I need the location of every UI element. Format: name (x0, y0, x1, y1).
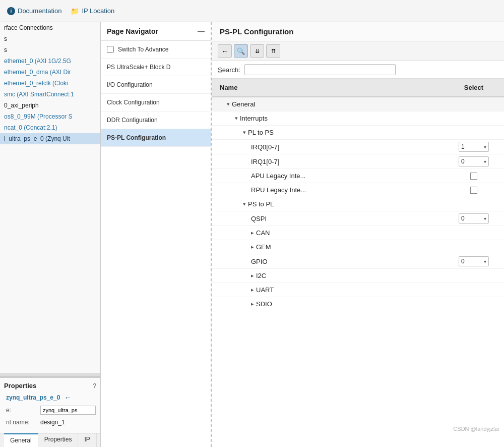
i2c-chevron[interactable] (251, 272, 254, 279)
ps-to-pl-chevron[interactable] (243, 201, 246, 207)
pl-to-ps-label[interactable]: PL to PS (212, 127, 444, 138)
top-toolbar: i Documentation 📁 IP Location (0, 0, 504, 22)
row-gem[interactable]: GEM (212, 240, 504, 254)
nav-item-ddr-config[interactable]: DDR Configuration (101, 111, 211, 129)
sidebar-item-zynq-ultra[interactable]: i_ultra_ps_e_0 (Zynq Ult (0, 133, 100, 144)
apu-legacy-checkbox[interactable] (470, 173, 477, 180)
qspi-select-cell: 0 ▾ (444, 211, 504, 226)
col-name-header: Name (212, 82, 444, 93)
row-pl-to-ps[interactable]: PL to PS (212, 126, 504, 140)
sidebar-item-ethernet0-dma[interactable]: ethernet_0_dma (AXI Dir (0, 67, 100, 78)
navigator-collapse-btn[interactable]: — (198, 27, 205, 35)
gpio-select-cell: 0 ▾ (444, 254, 504, 268)
row-irq1: IRQ1[0-7] 0 ▾ (212, 154, 504, 169)
search-bar: Search: 🔍 (212, 61, 504, 79)
switch-advanced-checkbox[interactable] (107, 46, 114, 53)
info-icon: i (7, 7, 15, 15)
irq0-select[interactable]: 1 ▾ (459, 142, 489, 152)
sdio-chevron[interactable] (251, 301, 254, 307)
rpu-legacy-label: RPU Legacy Inte... (212, 184, 444, 196)
sdio-text: SDIO (256, 300, 272, 308)
qspi-select[interactable]: 0 ▾ (459, 213, 489, 224)
instance-id[interactable]: zynq_ultra_ps_e_0 (6, 394, 60, 401)
uart-label[interactable]: UART (212, 284, 444, 296)
gem-label[interactable]: GEM (212, 241, 444, 253)
back-arrow-btn[interactable]: ← (64, 394, 71, 402)
interrupts-label[interactable]: Interrupts (212, 113, 444, 124)
can-label[interactable]: CAN (212, 227, 444, 239)
watermark: CSDN @landyjzlai (453, 426, 499, 432)
sidebar-item-s2[interactable]: s (0, 44, 100, 55)
name-label: e: (6, 407, 36, 414)
tab-properties[interactable]: Properties (38, 433, 79, 447)
irq0-label: IRQ0[0-7] (212, 141, 444, 153)
row-i2c[interactable]: I2C (212, 269, 504, 283)
collapse-btn[interactable]: ⇊ (250, 44, 264, 58)
config-toolbar: ← 🔍 ⇊ ⇈ (212, 41, 504, 61)
props-component-row: nt name: design_1 (4, 418, 96, 427)
nav-item-clock-config[interactable]: Clock Configuration (101, 94, 211, 111)
ps-to-pl-select (444, 202, 504, 206)
sidebar-item-concat0[interactable]: ncat_0 (Concat:2.1) (0, 122, 100, 133)
irq1-text: IRQ1[0-7] (251, 158, 279, 165)
irq1-select[interactable]: 0 ▾ (459, 156, 489, 166)
qspi-value: 0 (461, 215, 482, 222)
search-label: Search: (218, 66, 240, 74)
irq0-text: IRQ0[0-7] (251, 143, 279, 151)
nav-item-ps-ultrascale[interactable]: PS UltraScale+ Block D (101, 59, 211, 76)
irq0-arrow: ▾ (484, 144, 486, 150)
row-interrupts[interactable]: Interrupts (212, 111, 504, 126)
sidebar-item-ps8-99m[interactable]: os8_0_99M (Processor S (0, 111, 100, 122)
properties-panel: Properties ? zynq_ultra_ps_e_0 ← e: (0, 376, 100, 447)
left-sidebar: rface Connections s s ethernet_0 (AXI 1G… (0, 22, 101, 447)
general-label[interactable]: General (212, 98, 444, 110)
sidebar-item-ethernet0[interactable]: ethernet_0 (AXI 1G/2.5G (0, 55, 100, 67)
nav-item-switch-advanced[interactable]: Switch To Advance (101, 41, 211, 59)
tab-general[interactable]: General (4, 433, 38, 447)
documentation-link[interactable]: i Documentation (7, 7, 61, 15)
sidebar-item-iface[interactable]: rface Connections (0, 22, 100, 33)
props-instance-row: zynq_ultra_ps_e_0 ← (4, 393, 96, 403)
nav-item-pspl-config[interactable]: PS-PL Configuration (101, 129, 211, 147)
sdio-label[interactable]: SDIO (212, 298, 444, 310)
gpio-select[interactable]: 0 ▾ (459, 256, 489, 266)
row-general[interactable]: General (212, 97, 504, 111)
search-input[interactable] (244, 64, 396, 75)
sdio-select (444, 302, 504, 306)
i2c-label[interactable]: I2C (212, 270, 444, 282)
sidebar-item-axi-periph[interactable]: 0_axi_periph (0, 100, 100, 111)
pl-to-ps-chevron[interactable] (243, 129, 246, 136)
row-gpio: GPIO 0 ▾ (212, 254, 504, 269)
irq1-value: 0 (461, 158, 482, 165)
navigator-panel: Page Navigator — Switch To Advance PS Ul… (101, 22, 212, 447)
config-title: PS-PL Configuration (212, 22, 504, 41)
gem-chevron[interactable] (251, 244, 254, 250)
properties-help-btn[interactable]: ? (93, 382, 96, 389)
tab-ip[interactable]: IP (78, 433, 96, 447)
back-btn[interactable]: ← (218, 44, 232, 58)
row-uart[interactable]: UART (212, 283, 504, 297)
interrupts-chevron[interactable] (235, 115, 238, 122)
bottom-tabs: General Properties IP (0, 433, 100, 447)
panel-split: Page Navigator — Switch To Advance PS Ul… (101, 22, 504, 447)
gpio-value: 0 (461, 258, 482, 265)
general-chevron[interactable] (227, 101, 230, 107)
row-sdio[interactable]: SDIO (212, 297, 504, 311)
ps-to-pl-label[interactable]: PS to PL (212, 198, 444, 210)
sidebar-item-s1[interactable]: s (0, 33, 100, 44)
expand-btn[interactable]: ⇈ (266, 44, 280, 58)
uart-chevron[interactable] (251, 287, 254, 293)
component-label: nt name: (6, 419, 36, 426)
name-input[interactable] (40, 406, 96, 415)
sidebar-item-ethernet0-refclk[interactable]: ethernet_0_refclk (Cloki (0, 78, 100, 89)
row-can[interactable]: CAN (212, 226, 504, 240)
rpu-legacy-checkbox[interactable] (470, 187, 477, 194)
can-chevron[interactable] (251, 230, 254, 236)
ip-location-link[interactable]: 📁 IP Location (71, 7, 114, 15)
sidebar-item-smc[interactable]: smc (AXI SmartConnect:1 (0, 89, 100, 100)
row-ps-to-pl[interactable]: PS to PL (212, 197, 504, 211)
nav-item-io-config[interactable]: I/O Configuration (101, 76, 211, 94)
row-qspi: QSPI 0 ▾ (212, 211, 504, 226)
irq0-select-cell: 1 ▾ (444, 140, 504, 154)
search-btn[interactable]: 🔍 (234, 44, 248, 58)
